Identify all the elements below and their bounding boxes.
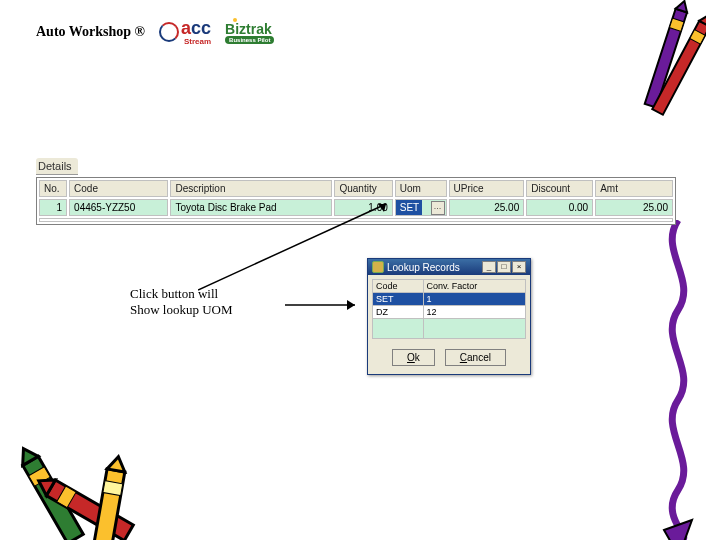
lookup-col-code: Code [373, 280, 424, 293]
lookup-window-icon [372, 261, 384, 273]
col-qty: Quantity [334, 180, 392, 197]
decorative-crayons-bottom-left [0, 410, 170, 540]
logo-biztrak: Biztrak Business Pilot [225, 21, 274, 44]
cell-uom[interactable]: SET [395, 199, 447, 216]
lookup-window: Lookup Records _ □ × Code Conv. Factor S… [367, 258, 531, 375]
grid-row[interactable]: 1 04465-YZZ50 Toyota Disc Brake Pad 1.00… [39, 199, 673, 216]
col-disc: Discount [526, 180, 593, 197]
lookup-row[interactable]: DZ 12 [373, 306, 526, 319]
col-uom: Uom [395, 180, 447, 197]
cell-no[interactable]: 1 [39, 199, 67, 216]
cancel-button[interactable]: Cancel [445, 349, 506, 366]
minimize-button[interactable]: _ [482, 261, 496, 273]
cell-amt[interactable]: 25.00 [595, 199, 673, 216]
page-title: Auto Workshop ® [36, 24, 145, 40]
svg-rect-15 [103, 481, 123, 496]
decorative-squiggle-right [654, 220, 702, 540]
uom-value: SET [396, 200, 422, 215]
maximize-button[interactable]: □ [497, 261, 511, 273]
col-uprice: UPrice [449, 180, 525, 197]
uom-lookup-button[interactable] [431, 201, 445, 215]
svg-marker-14 [107, 455, 127, 472]
close-button[interactable]: × [512, 261, 526, 273]
lookup-empty-area [373, 319, 526, 339]
decorative-crayons-top-right [636, 0, 706, 130]
details-panel: Details No. Code Description Quantity Uo… [36, 158, 676, 225]
lookup-titlebar[interactable]: Lookup Records _ □ × [368, 259, 530, 275]
lookup-title-text: Lookup Records [387, 262, 460, 273]
logo-accstream: acc Stream [159, 18, 211, 46]
lookup-row-selected[interactable]: SET 1 [373, 293, 526, 306]
grid-header-row: No. Code Description Quantity Uom UPrice… [39, 180, 673, 197]
lookup-cell-conv[interactable]: 12 [423, 306, 526, 319]
svg-marker-19 [347, 300, 355, 310]
grid-blank-row [39, 218, 673, 222]
lookup-cell-conv[interactable]: 1 [423, 293, 526, 306]
lookup-col-conv: Conv. Factor [423, 280, 526, 293]
lookup-header-row: Code Conv. Factor [373, 280, 526, 293]
page-header: Auto Workshop ® acc Stream Biztrak Busin… [36, 18, 274, 46]
callout-text: Click button will Show lookup UOM [130, 286, 233, 317]
details-tab-label: Details [36, 158, 78, 175]
callout-line2: Show lookup UOM [130, 302, 233, 318]
details-grid: No. Code Description Quantity Uom UPrice… [36, 177, 676, 225]
cell-code[interactable]: 04465-YZZ50 [69, 199, 168, 216]
callout-line1: Click button will [130, 286, 233, 302]
col-code: Code [69, 180, 168, 197]
col-amt: Amt [595, 180, 673, 197]
cell-disc[interactable]: 0.00 [526, 199, 593, 216]
ok-button[interactable]: Ok [392, 349, 435, 366]
cell-qty[interactable]: 1.00 [334, 199, 392, 216]
arrow-to-lookup [285, 295, 365, 315]
lookup-cell-code[interactable]: DZ [373, 306, 424, 319]
lookup-grid: Code Conv. Factor SET 1 DZ 12 [372, 279, 526, 339]
cell-uprice[interactable]: 25.00 [449, 199, 525, 216]
lookup-cell-code[interactable]: SET [373, 293, 424, 306]
cell-desc[interactable]: Toyota Disc Brake Pad [170, 199, 332, 216]
col-no: No. [39, 180, 67, 197]
col-desc: Description [170, 180, 332, 197]
